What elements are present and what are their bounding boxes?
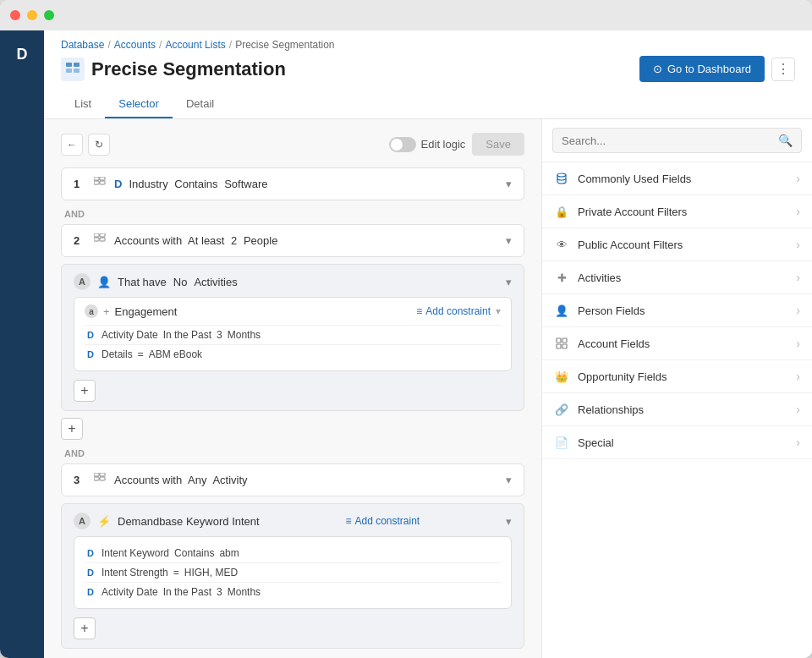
panel-label-person: Person Fields [578, 304, 787, 317]
field-icon-d1: D [85, 329, 96, 341]
rule-group-2: 2 Accounts with [61, 224, 524, 440]
tab-list[interactable]: List [61, 90, 105, 118]
engagement-icon: + [103, 305, 110, 318]
edit-logic-switch[interactable] [389, 137, 416, 152]
rule-dropdown-3[interactable]: ▾ [506, 474, 512, 486]
rule-row-1: 1 D Industry [61, 167, 524, 200]
chevron-icon-2: › [796, 238, 800, 251]
doc-icon: 📄 [554, 435, 569, 450]
field-op-2: = [138, 348, 144, 360]
sub-rule-item-3a-2: D Intent Strength = HIGH, MED [85, 562, 501, 582]
panel-item-activities[interactable]: ✚ Activities › [542, 261, 812, 294]
main-content: Database / Accounts / Account Lists / Pr… [44, 30, 812, 658]
more-options-button[interactable]: ⋮ [771, 58, 795, 81]
edit-logic-label: Edit logic [421, 138, 466, 151]
sep1: / [107, 39, 110, 51]
nested-dropdown-3a[interactable]: ▾ [506, 515, 512, 528]
add-constraint-btn-2a[interactable]: ≡ Add constraint [416, 305, 491, 317]
add-constraint-btn-3a[interactable]: ≡ Add constraint [345, 515, 420, 527]
rule-op-1: Contains [174, 178, 217, 190]
field-val-2: ABM eBook [149, 348, 202, 360]
rule-qualifier: At least [188, 234, 224, 247]
toolbar-right: Edit logic Save [389, 133, 524, 156]
panel-item-private[interactable]: 🔒 Private Account Filters › [542, 195, 812, 228]
constraint-label: Add constraint [425, 305, 491, 317]
panel-item-account-fields[interactable]: Account Fields › [542, 327, 812, 360]
minimize-button[interactable] [27, 10, 37, 20]
sub-rule-header-2a: a + Engagement ≡ Add constraint ▾ [85, 304, 501, 318]
constraint-icon-3: ≡ [345, 515, 351, 527]
chevron-icon-3: › [796, 271, 800, 284]
field-3a2-name: Intent Strength [102, 567, 168, 578]
crown-icon: 👑 [554, 369, 569, 384]
sub-rule-item-2a-1: D Activity Date In the Past 3 Months [85, 325, 501, 344]
letter-badge-a-small: a [85, 304, 98, 318]
panel-items: Commonly Used Fields › 🔒 Private Account… [542, 162, 812, 658]
add-rule-btn-2[interactable]: + [61, 418, 83, 440]
rule-num: 2 [231, 234, 237, 247]
search-icon: 🔍 [778, 134, 793, 147]
title-bar [0, 0, 812, 30]
rule-dropdown-2[interactable]: ▾ [506, 234, 512, 247]
constraint-label-3: Add constraint [354, 515, 420, 527]
field-name-1: Activity Date [102, 329, 158, 341]
svg-rect-18 [562, 338, 567, 343]
panel-label-private: Private Account Filters [578, 206, 787, 218]
rule-group-3: 3 Accounts with [61, 463, 524, 649]
page-header: Precise Segmentation ⊙ Go to Dashboard ⋮ [61, 56, 795, 82]
field-3a2-op: = [173, 567, 179, 578]
panel-label-commonly-used: Commonly Used Fields [578, 173, 787, 185]
tabs: List Selector Detail [61, 90, 795, 118]
rule-accounts: Accounts with [114, 234, 182, 247]
panel-item-relationships[interactable]: 🔗 Relationships › [542, 393, 812, 426]
sub-dropdown-2a[interactable]: ▾ [496, 305, 501, 317]
svg-rect-10 [94, 238, 99, 241]
nested-row-2a: A 👤 That have No Activities ▾ [74, 273, 512, 290]
rule-dropdown-1[interactable]: ▾ [506, 178, 512, 190]
field-name-2: Details [102, 348, 133, 360]
save-button[interactable]: Save [472, 133, 524, 156]
back-icon[interactable]: ← [61, 134, 83, 156]
svg-rect-6 [94, 181, 99, 184]
maximize-button[interactable] [44, 10, 54, 20]
close-button[interactable] [10, 10, 20, 20]
page-title: Precise Segmentation [91, 58, 286, 80]
chevron-icon-1: › [796, 205, 800, 218]
content-area: ← ↻ Edit logic Save [44, 119, 812, 658]
rule-number-1: 1 [74, 178, 87, 190]
link-icon: 🔗 [554, 402, 569, 417]
breadcrumb-database[interactable]: Database [61, 39, 104, 51]
field-3a1-op: Contains [174, 547, 214, 559]
panel-item-person[interactable]: 👤 Person Fields › [542, 294, 812, 327]
add-sub-rule-btn[interactable]: + [74, 380, 96, 402]
breadcrumb-account-lists[interactable]: Account Lists [165, 39, 225, 51]
tab-detail[interactable]: Detail [173, 90, 228, 118]
panel-item-public[interactable]: 👁 Public Account Filters › [542, 228, 812, 261]
panel-item-commonly-used[interactable]: Commonly Used Fields › [542, 162, 812, 195]
panel-label-activities: Activities [578, 271, 787, 284]
add-sub-rule-btn-3[interactable]: + [74, 617, 96, 639]
app-body: D Database / Accounts / Account Lists / … [0, 30, 812, 658]
chevron-icon-5: › [796, 337, 800, 350]
nested-dropdown-2a[interactable]: ▾ [506, 276, 512, 288]
panel-item-opportunity[interactable]: 👑 Opportunity Fields › [542, 360, 812, 393]
intent-icon: ⚡ [97, 515, 111, 528]
chevron-icon-0: › [796, 172, 800, 185]
sub-rule-group-3a: D Intent Keyword Contains abm D Intent S… [74, 536, 512, 609]
panel-item-special[interactable]: 📄 Special › [542, 426, 812, 459]
search-input[interactable] [562, 134, 773, 147]
svg-rect-8 [94, 233, 99, 237]
and-label-2: AND [61, 448, 524, 458]
right-panel: 🔍 [541, 119, 812, 658]
sub-rule-group-2a: a + Engagement ≡ Add constraint ▾ [74, 297, 512, 371]
panel-label-account-fields: Account Fields [578, 337, 787, 350]
dashboard-button[interactable]: ⊙ Go to Dashboard [639, 56, 765, 82]
field-val-1b: Months [228, 329, 261, 341]
tab-selector[interactable]: Selector [105, 90, 173, 118]
rule-text-2: Accounts with At least 2 People [114, 234, 499, 247]
svg-rect-2 [66, 69, 72, 73]
svg-rect-1 [74, 63, 80, 67]
refresh-icon[interactable]: ↻ [88, 134, 110, 156]
breadcrumb-accounts[interactable]: Accounts [114, 39, 156, 51]
grid-icon [554, 336, 569, 351]
